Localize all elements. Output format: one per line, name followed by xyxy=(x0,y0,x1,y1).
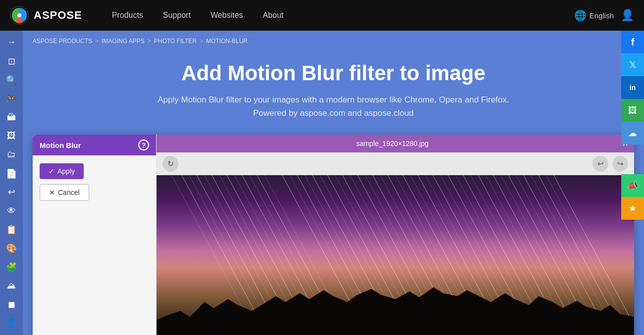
globe-icon: 🌐 xyxy=(574,9,587,21)
filter-panel: Motion Blur ? ✓ Apply ✕ Cancel xyxy=(33,135,157,335)
sidebar-item-puzzle[interactable]: 🧩 xyxy=(2,258,21,276)
twitter-icon: 𝕏 xyxy=(629,59,637,70)
star-icon: ★ xyxy=(629,203,637,214)
image-canvas xyxy=(157,175,634,335)
x-icon: ✕ xyxy=(49,189,55,196)
image-viewer: sample_1920×1280.jpg × ↻ ↩ ↪ xyxy=(157,135,634,335)
breadcrumb-motion-blur[interactable]: MOTION-BLUR xyxy=(206,38,248,45)
app-area: Motion Blur ? ✓ Apply ✕ Cancel xyxy=(33,135,634,335)
breadcrumb-aspose[interactable]: ASPOSE PRODUCTS xyxy=(33,38,92,45)
breadcrumb: ASPOSE PRODUCTS > IMAGING APPS > PHOTO F… xyxy=(23,31,644,51)
hero-section: Add Motion Blur filter to image Apply Mo… xyxy=(23,51,644,135)
apply-button[interactable]: ✓ Apply xyxy=(40,163,84,179)
sidebar-item-undo[interactable]: ↩ xyxy=(2,184,21,201)
svg-line-27 xyxy=(171,175,247,316)
cloud-icon: ☁ xyxy=(628,128,637,139)
linkedin-share-button[interactable]: in xyxy=(621,76,644,99)
sidebar-item-person[interactable]: 👤 xyxy=(2,314,21,332)
breadcrumb-photo-filter[interactable]: PHOTO FILTER xyxy=(154,38,197,45)
image-filename: sample_1920×1280.jpg xyxy=(162,140,622,147)
left-sidebar: → ⊡ 🔍 🎮 🏔 🖼 🗂 📄 ↩ 👁 📋 🎨 🧩 ⛰ ◼ 👤 xyxy=(0,31,23,335)
cancel-button[interactable]: ✕ Cancel xyxy=(40,184,89,201)
filter-actions: ✓ Apply ✕ Cancel xyxy=(33,155,156,209)
breadcrumb-imaging[interactable]: IMAGING APPS xyxy=(102,38,145,45)
linkedin-icon: in xyxy=(630,84,636,92)
nav-link-support[interactable]: Support xyxy=(163,11,191,20)
breadcrumb-sep-3: > xyxy=(200,38,203,45)
hero-powered-by: Powered by aspose.com and aspose.cloud xyxy=(33,106,634,120)
svg-line-30 xyxy=(219,175,295,316)
nav-links: Products Support Websites About xyxy=(112,11,574,20)
nav-right: 🌐 English 👤 xyxy=(574,9,634,22)
sidebar-item-frame[interactable]: ⊡ xyxy=(2,52,21,70)
logo-text: ASPOSE xyxy=(34,9,82,22)
nav-link-products[interactable]: Products xyxy=(112,11,143,20)
filter-header: Motion Blur ? xyxy=(33,135,156,155)
main-content: ASPOSE PRODUCTS > IMAGING APPS > PHOTO F… xyxy=(23,31,644,335)
image-display xyxy=(157,175,634,335)
announce-icon: 📣 xyxy=(627,180,638,191)
nav-link-about[interactable]: About xyxy=(263,11,283,20)
language-selector[interactable]: 🌐 English xyxy=(574,9,614,21)
image-share-button[interactable]: 🖼 xyxy=(621,99,644,122)
image-share-icon: 🖼 xyxy=(628,105,637,116)
refresh-button[interactable]: ↻ xyxy=(162,156,178,172)
svg-line-5 xyxy=(227,175,302,316)
sidebar-item-search[interactable]: 🔍 xyxy=(2,71,21,89)
language-label: English xyxy=(590,11,614,20)
sidebar-item-list[interactable]: 📋 xyxy=(2,221,21,239)
sidebar-item-game[interactable]: 🎮 xyxy=(2,90,21,107)
nav-link-websites[interactable]: Websites xyxy=(211,11,243,20)
hero-description: Apply Motion Blur filter to your images … xyxy=(33,93,634,106)
sidebar-item-filter[interactable]: ◼ xyxy=(2,295,21,313)
twitter-share-button[interactable]: 𝕏 xyxy=(621,53,644,76)
breadcrumb-sep-2: > xyxy=(148,38,151,45)
checkmark-icon: ✓ xyxy=(49,167,54,175)
sidebar-item-arrow[interactable]: → xyxy=(2,34,21,51)
sidebar-item-document[interactable]: 📄 xyxy=(2,165,21,183)
user-icon[interactable]: 👤 xyxy=(621,9,634,22)
announce-button[interactable]: 📣 xyxy=(621,174,644,197)
filter-name-label: Motion Blur xyxy=(40,141,81,149)
facebook-share-button[interactable]: f xyxy=(621,31,644,53)
filter-help-button[interactable]: ? xyxy=(138,140,149,150)
second-toolbar: ↻ ↩ ↪ xyxy=(157,152,634,175)
undo-button[interactable]: ↩ xyxy=(592,156,608,172)
sidebar-item-landscape[interactable]: 🏔 xyxy=(2,108,21,126)
sidebar-item-gallery[interactable]: 🎨 xyxy=(2,239,21,257)
cloud-share-button[interactable]: ☁ xyxy=(621,122,644,144)
image-toolbar: sample_1920×1280.jpg × xyxy=(157,135,634,152)
sidebar-item-image[interactable]: 🖼 xyxy=(2,127,21,145)
sidebar-item-eye[interactable]: 👁 xyxy=(2,202,21,220)
aspose-logo-icon xyxy=(10,6,29,25)
logo[interactable]: ASPOSE xyxy=(10,6,82,25)
facebook-icon: f xyxy=(631,37,635,48)
breadcrumb-sep-1: > xyxy=(95,38,99,45)
social-bar: f 𝕏 in 🖼 ☁ 📣 ★ xyxy=(621,31,644,220)
favorite-button[interactable]: ★ xyxy=(621,197,644,220)
svg-point-1 xyxy=(17,13,21,17)
page-title: Add Motion Blur filter to image xyxy=(33,61,634,85)
sidebar-item-portrait[interactable]: 🗂 xyxy=(2,146,21,164)
sidebar-item-mountain[interactable]: ⛰ xyxy=(2,277,21,295)
top-navigation: ASPOSE Products Support Websites About 🌐… xyxy=(0,0,644,31)
